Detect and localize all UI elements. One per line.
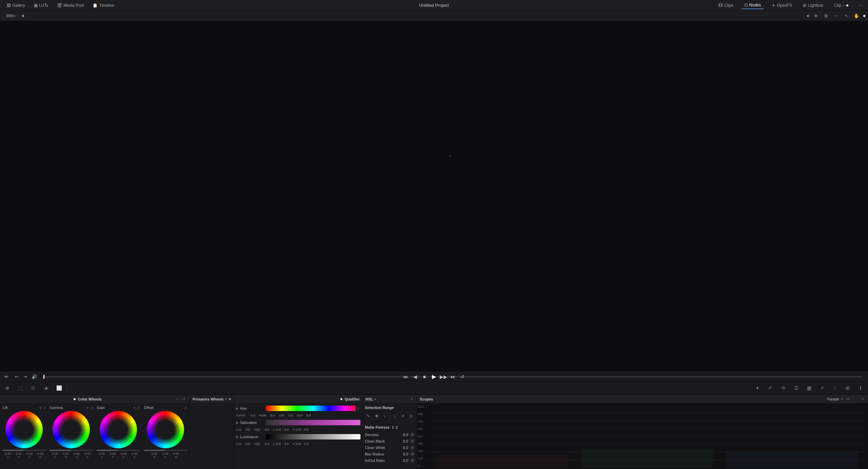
info-btn[interactable]: ℹ bbox=[856, 383, 865, 393]
hue-width-val[interactable]: 0.0 bbox=[271, 414, 277, 417]
gain-crosshair-btn[interactable]: ✛ bbox=[133, 406, 136, 410]
hue-soft-val[interactable]: 0.0 bbox=[289, 414, 295, 417]
sat-lsoft-val[interactable]: 0.0 bbox=[284, 428, 291, 431]
denoise-value[interactable]: 0.0 bbox=[398, 433, 408, 437]
inout-ratio-value[interactable]: 0.0 bbox=[398, 458, 408, 463]
clean-white-value[interactable]: 0.0 bbox=[398, 446, 408, 450]
expand-btn[interactable]: ↗ bbox=[817, 383, 827, 393]
sat-toggle-dot[interactable] bbox=[236, 422, 238, 424]
color-wheel-icon[interactable]: ⊕ bbox=[3, 383, 12, 393]
rotate-btn[interactable]: ⟲ bbox=[778, 383, 788, 393]
playback-tools-left[interactable]: ✏ bbox=[3, 373, 10, 380]
clean-black-value[interactable]: 0.0 bbox=[398, 439, 408, 443]
nav-lightbox[interactable]: ⊞ Lightbox bbox=[800, 2, 826, 9]
primaries-dropdown-arrow[interactable]: ▾ bbox=[225, 397, 227, 401]
curves-btn[interactable]: ⬚ bbox=[16, 383, 25, 393]
gain-reset-btn[interactable]: ↺ bbox=[137, 406, 140, 410]
offset-slider[interactable] bbox=[144, 450, 187, 451]
viewer-canvas-right[interactable]: ↖ bbox=[252, 21, 868, 371]
undo-btn[interactable]: ↩ bbox=[13, 373, 20, 380]
nav-openfx[interactable]: ✦ OpenFX bbox=[769, 2, 795, 9]
viewer-canvas-left[interactable] bbox=[0, 21, 251, 371]
lift-crosshair-btn[interactable]: ✛ bbox=[39, 406, 42, 410]
grid-view-btn[interactable]: ⊞ bbox=[843, 383, 852, 393]
nav-clips[interactable]: 🎞 Clips bbox=[716, 2, 736, 9]
hue-center-val[interactable]: 0.0 bbox=[251, 414, 258, 417]
clean-white-reset-btn[interactable]: ↺ bbox=[410, 445, 415, 450]
stop-btn[interactable]: ■ bbox=[421, 373, 428, 380]
motion-effects-btn[interactable]: ⬜ bbox=[54, 383, 64, 393]
lum-low-val[interactable]: 0.0 bbox=[246, 442, 253, 446]
hue-close-btn[interactable]: ✕ bbox=[356, 406, 360, 411]
sat-low-val[interactable]: 0.0 bbox=[246, 428, 253, 431]
nav-luts[interactable]: ▦ LUTs bbox=[31, 2, 52, 9]
lift-slider[interactable] bbox=[2, 450, 46, 451]
inout-ratio-reset-btn[interactable]: ↺ bbox=[410, 458, 415, 463]
color-wheels-reset-btn[interactable]: ↺ bbox=[181, 396, 187, 402]
lift-color-wheel[interactable] bbox=[5, 411, 43, 448]
lum-lsoft-val[interactable]: 0.0 bbox=[284, 442, 291, 446]
skip-to-end-btn[interactable]: ⏭ bbox=[449, 373, 457, 380]
bucket-btn[interactable]: ☰ bbox=[791, 383, 801, 393]
grid-tool[interactable]: ⊞ bbox=[822, 12, 830, 20]
play-btn[interactable]: ▶ bbox=[430, 373, 438, 380]
hand-tool[interactable]: ✋ bbox=[852, 12, 861, 20]
lum-slider-track[interactable] bbox=[266, 434, 360, 439]
blur-radius-reset-btn[interactable]: ↺ bbox=[410, 452, 415, 456]
hue-toggle-dot[interactable] bbox=[236, 408, 238, 410]
nav-gallery[interactable]: 🖼 Gallery bbox=[3, 2, 28, 9]
sub-eyedropper-btn[interactable]: − bbox=[381, 413, 388, 419]
lum-toggle-dot[interactable] bbox=[236, 436, 238, 438]
scopes-dropdown[interactable]: ▾ bbox=[841, 397, 843, 401]
redo-btn[interactable]: ↪ bbox=[22, 373, 29, 380]
reset-qual-btn[interactable]: ↺ bbox=[399, 413, 406, 419]
scopes-grid-btn[interactable]: ⊞ bbox=[845, 396, 850, 402]
hue-slider-track[interactable] bbox=[266, 406, 360, 411]
offset-reset-btn[interactable]: ↺ bbox=[184, 406, 187, 410]
offset-color-wheel[interactable] bbox=[147, 411, 184, 448]
invert-btn[interactable]: ↕ bbox=[391, 413, 398, 419]
tracker-btn[interactable]: ⊙ bbox=[28, 383, 38, 393]
arrow-up-btn[interactable]: ↑ bbox=[830, 383, 840, 393]
denoise-reset-btn[interactable]: ↺ bbox=[410, 432, 415, 437]
gain-slider[interactable] bbox=[97, 450, 140, 451]
lift-reset-btn[interactable]: ↺ bbox=[43, 406, 46, 410]
scopes-close-btn[interactable]: ✕ bbox=[860, 396, 865, 402]
scopes-more-btn[interactable]: ⋯ bbox=[852, 396, 858, 402]
nav-nodes[interactable]: ⬡ Nodes bbox=[742, 2, 764, 9]
gamma-color-wheel[interactable] bbox=[53, 411, 90, 448]
more-tool[interactable]: ⋯ bbox=[832, 12, 840, 20]
next-frame-btn[interactable]: ▶▶ bbox=[440, 373, 447, 380]
zoom-control[interactable]: 99% ▾ bbox=[3, 12, 20, 20]
hsl-reset-btn[interactable]: ↺ bbox=[409, 396, 414, 402]
color-wheels-add-btn[interactable]: + bbox=[175, 396, 180, 402]
nav-timeline[interactable]: 📋 Timeline bbox=[89, 2, 118, 9]
blur-radius-value[interactable]: 0.0 bbox=[398, 452, 408, 456]
sat-hsoft-val[interactable]: 0.0 bbox=[304, 428, 311, 431]
gamma-slider[interactable] bbox=[50, 450, 93, 451]
select-tool[interactable]: ↖ bbox=[842, 12, 850, 20]
gamma-reset-btn[interactable]: ↺ bbox=[90, 406, 93, 410]
sat-slider-track[interactable] bbox=[266, 420, 360, 425]
hsl-dropdown-arrow[interactable]: ▾ bbox=[374, 397, 376, 401]
clip-dropdown[interactable]: Clip ▾ bbox=[831, 2, 851, 9]
gamma-crosshair-btn[interactable]: ✛ bbox=[86, 406, 89, 410]
more-options-btn[interactable]: ⋯ bbox=[856, 2, 865, 9]
skip-to-start-btn[interactable]: ⏮ bbox=[402, 373, 409, 380]
sat-high-val[interactable]: 0.0 bbox=[265, 428, 272, 431]
grid-icon-btn[interactable]: ▦ bbox=[804, 383, 814, 393]
pick-btn[interactable]: ✐ bbox=[766, 383, 775, 393]
preview-btn[interactable]: ⊙ bbox=[408, 413, 415, 419]
audio-btn[interactable]: 🔊 bbox=[31, 373, 38, 380]
loop-btn[interactable]: ↺ bbox=[459, 373, 466, 380]
pick-eyedropper-btn[interactable]: ✎ bbox=[365, 413, 372, 419]
add-eyedropper-btn[interactable]: ✚ bbox=[373, 413, 380, 419]
hue-sym-val[interactable]: 0.0 bbox=[307, 414, 313, 417]
magic-mask-btn[interactable]: ◈ bbox=[41, 383, 51, 393]
wand-btn[interactable]: ✦ bbox=[753, 383, 762, 393]
lum-high-val[interactable]: 0.0 bbox=[265, 442, 272, 446]
nav-mediapool[interactable]: 🎬 Media Pool bbox=[54, 2, 87, 9]
clean-black-reset-btn[interactable]: ↺ bbox=[410, 439, 415, 444]
gain-color-wheel[interactable] bbox=[100, 411, 137, 448]
lum-hsoft-val[interactable]: 0.0 bbox=[304, 442, 311, 446]
